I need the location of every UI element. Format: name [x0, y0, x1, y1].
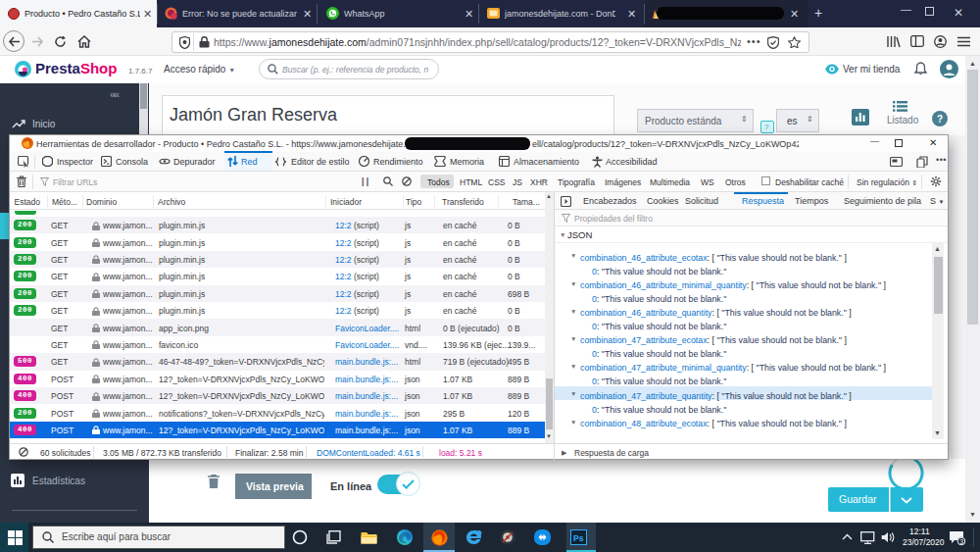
svg-text:3: 3	[959, 538, 963, 545]
